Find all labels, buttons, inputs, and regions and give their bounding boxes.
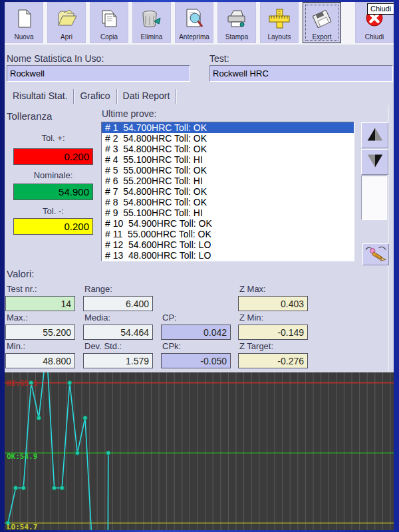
toolbar-button-anteprima[interactable]: Anteprima xyxy=(175,2,213,43)
app-window: NuovaApriCopiaEliminaAnteprimaStampaLayo… xyxy=(0,0,399,532)
valori-label-media: Media: xyxy=(84,313,110,323)
valori-field-cp: 0.042 xyxy=(161,325,231,340)
pencil-icon xyxy=(364,244,388,265)
toolbar-button-nuova[interactable]: Nuova xyxy=(5,2,43,43)
tab-risultati-stat[interactable]: Risultati Stat. xyxy=(7,88,73,104)
toolbar-button-apri[interactable]: Apri xyxy=(47,2,86,43)
toolbar-button-label: Nuova xyxy=(15,33,34,41)
toolbar-button-label: Anteprima xyxy=(179,33,209,41)
window-content: NuovaApriCopiaEliminaAnteprimaStampaLayo… xyxy=(5,2,394,530)
toolbar-button-label: Stampa xyxy=(225,33,248,41)
toolbar-button-label: Copia xyxy=(100,33,118,41)
list-item[interactable]: # 9 55.100HRC Toll: HI xyxy=(102,207,354,218)
valori-label-test-nr: Test nr.: xyxy=(7,284,37,294)
ultime-prove-title: Ultime prove: xyxy=(102,108,156,119)
scroll-down-button[interactable] xyxy=(361,149,388,175)
valori-label-z-min: Z Min: xyxy=(239,313,263,323)
scroll-up-button[interactable] xyxy=(361,122,388,148)
preview-icon xyxy=(183,5,205,32)
svg-text:HI:55.1: HI:55.1 xyxy=(7,379,38,388)
list-item[interactable]: # 3 54.800HRC Toll: OK xyxy=(102,144,354,154)
list-item[interactable]: # 4 55.100HRC Toll: HI xyxy=(102,154,354,165)
valori-field-max: 55.200 xyxy=(5,325,75,340)
svg-text:OK:54.9: OK:54.9 xyxy=(7,452,37,461)
tol-plus-label: Tol. +: xyxy=(13,133,93,143)
tol-minus-label: Tol. -: xyxy=(13,206,93,216)
toolbar-button-export[interactable]: Export xyxy=(303,2,341,43)
valori-title: Valori: xyxy=(7,268,34,279)
tab-separator xyxy=(176,89,176,104)
nome-statistica-label: Nome Statistica In Uso: xyxy=(7,53,104,64)
trash-icon xyxy=(140,5,163,32)
list-item[interactable]: # 7 54.800HRC Toll: OK xyxy=(102,186,354,197)
toolbar-button-layouts[interactable]: Layouts xyxy=(260,2,299,43)
nome-statistica-input[interactable] xyxy=(7,65,190,82)
floppy-icon xyxy=(311,5,333,32)
toolbar-button-label: Chiudi xyxy=(365,33,384,41)
valori-field-dev-std: 1.579 xyxy=(83,353,153,368)
list-item[interactable]: # 11 55.000HRC Toll: OK xyxy=(102,229,354,239)
scroll-track-panel xyxy=(361,176,387,220)
new-document-icon xyxy=(13,5,35,32)
test-input[interactable] xyxy=(209,65,393,82)
arrow-up-icon xyxy=(365,126,385,146)
valori-label-z-target: Z Target: xyxy=(239,341,273,351)
svg-text:LO:54.7: LO:54.7 xyxy=(7,523,37,531)
valori-field-z-target: -0.276 xyxy=(238,353,308,368)
valori-field-test-nr: 14 xyxy=(5,296,75,311)
toolbar-button-label: Elimina xyxy=(141,33,163,41)
list-item[interactable]: # 10 54.900HRC Toll: OK xyxy=(102,218,354,229)
valori-field-min: 48.800 xyxy=(5,353,75,368)
ultime-prove-listbox[interactable]: # 1 54.700HRC Toll: OK# 2 54.800HRC Toll… xyxy=(101,122,354,261)
open-folder-icon xyxy=(55,5,78,32)
tol-minus-field: 0.200 xyxy=(13,218,93,235)
test-label: Test: xyxy=(209,53,229,64)
tab-dati-report[interactable]: Dati Report xyxy=(117,88,176,104)
toolbar-button-label: Apri xyxy=(61,33,72,41)
list-item[interactable]: # 6 55.200HRC Toll: HI xyxy=(102,176,354,186)
edit-notes-button[interactable] xyxy=(362,243,389,265)
valori-field-z-min: -0.149 xyxy=(238,325,308,340)
valori-label-range: Range: xyxy=(84,284,112,294)
valori-field-media: 54.464 xyxy=(83,325,153,340)
tolleranza-title: Tolleranza xyxy=(7,110,52,122)
list-item[interactable]: # 2 54.800HRC Toll: OK xyxy=(102,133,354,144)
valori-label-cpk: CPk: xyxy=(162,341,181,351)
valori-field-range: 6.400 xyxy=(83,296,153,311)
valori-field-z-max: 0.403 xyxy=(238,296,308,311)
toolbar-button-label: Layouts xyxy=(267,33,291,41)
toolbar-button-label: Export xyxy=(313,33,332,41)
valori-label-dev-std: Dev. Std.: xyxy=(84,341,122,351)
list-item[interactable]: # 1 54.700HRC Toll: OK xyxy=(102,122,354,133)
tol-plus-field: 0.200 xyxy=(13,148,93,165)
valori-field-cpk: -0.050 xyxy=(161,353,231,368)
valori-label-cp: CP: xyxy=(162,313,177,323)
ruler-icon xyxy=(268,5,291,32)
toolbar-button-stampa[interactable]: Stampa xyxy=(217,2,256,43)
list-item[interactable]: # 12 54.600HRC Toll: LO xyxy=(102,239,354,250)
nominale-label: Nominale: xyxy=(13,170,93,180)
valori-label-z-max: Z Max: xyxy=(239,284,266,294)
list-item[interactable]: # 5 55.000HRC Toll: OK xyxy=(102,165,354,176)
printer-icon xyxy=(225,5,248,32)
control-chart: HI:55.1OK:54.9LO:54.7 xyxy=(5,372,394,530)
tab-bar: Risultati Stat.GraficoDati Report xyxy=(7,88,176,104)
arrow-down-icon xyxy=(365,152,385,172)
nominale-field: 54.900 xyxy=(13,184,93,200)
toolbar-button-copia[interactable]: Copia xyxy=(90,2,128,43)
tab-grafico[interactable]: Grafico xyxy=(74,88,116,104)
valori-label-min: Min.: xyxy=(7,341,25,351)
chart-svg: HI:55.1OK:54.9LO:54.7 xyxy=(5,372,394,530)
list-item[interactable]: # 13 48.800HRC Toll: LO xyxy=(102,250,354,261)
toolbar: NuovaApriCopiaEliminaAnteprimaStampaLayo… xyxy=(5,2,394,45)
copy-icon xyxy=(98,5,120,32)
toolbar-button-elimina[interactable]: Elimina xyxy=(132,2,171,43)
valori-label-max: Max.: xyxy=(7,313,28,323)
list-item[interactable]: # 8 54.800HRC Toll: OK xyxy=(102,197,354,207)
tooltip-chiudi: Chiudi xyxy=(367,3,394,15)
